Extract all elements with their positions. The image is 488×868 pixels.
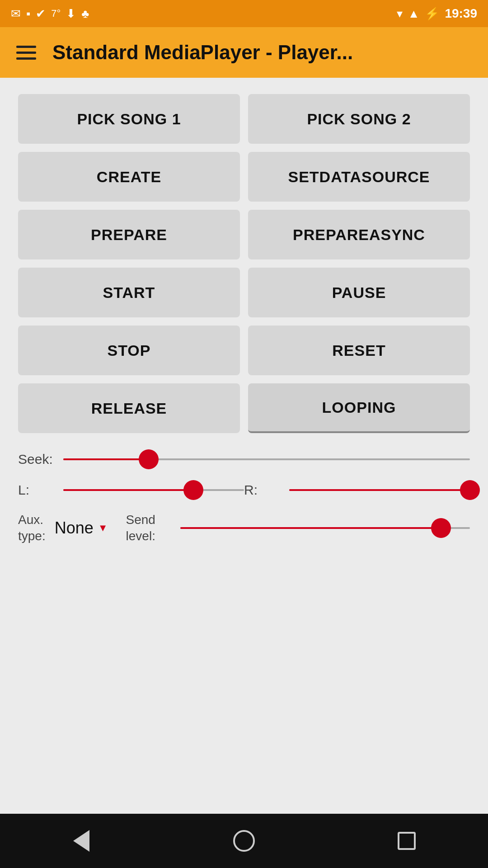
seek-track <box>63 458 470 460</box>
pause-button[interactable]: PAUSE <box>248 268 470 317</box>
send-level-fill <box>180 527 441 529</box>
recents-icon <box>398 832 416 850</box>
temp-icon: 7° <box>51 8 61 19</box>
seek-fill <box>63 458 149 460</box>
email-icon: ✉ <box>11 7 21 21</box>
status-time: 19:39 <box>445 6 477 21</box>
send-level-thumb[interactable] <box>431 518 451 538</box>
seek-slider[interactable] <box>63 450 470 468</box>
setdatasource-button[interactable]: SETDATASOURCE <box>248 152 470 202</box>
pick-song-1-button[interactable]: PICK SONG 1 <box>18 94 240 144</box>
home-button[interactable] <box>226 823 262 859</box>
status-bar: ✉ ▪ ✔ 7° ⬇ ♣ ▾ ▲ ⚡ 19:39 <box>0 0 488 27</box>
looping-button[interactable]: LOOPING <box>248 383 470 433</box>
reset-button[interactable]: RESET <box>248 326 470 375</box>
status-bar-right: ▾ ▲ ⚡ 19:39 <box>397 6 477 21</box>
main-content: PICK SONG 1 PICK SONG 2 CREATE SETDATASO… <box>0 78 488 814</box>
aux-row: Aux. type: None ▼ Send level: <box>18 512 470 545</box>
seek-thumb[interactable] <box>139 449 159 469</box>
right-slider[interactable] <box>289 481 470 499</box>
aux-type-value: None <box>55 519 94 538</box>
start-button[interactable]: START <box>18 268 240 317</box>
send-level-label: Send level: <box>126 512 171 545</box>
prepareasync-button[interactable]: PREPAREASYNC <box>248 210 470 259</box>
battery-icon: ⚡ <box>425 7 439 21</box>
app-bar: Standard MediaPlayer - Player... <box>0 27 488 78</box>
aux-type-label: Aux. type: <box>18 512 46 545</box>
left-slider-group: L: <box>18 481 244 499</box>
signal-icon: ▲ <box>408 7 420 21</box>
right-thumb[interactable] <box>460 480 480 500</box>
hamburger-line-1 <box>16 46 36 48</box>
hamburger-line-3 <box>16 57 36 60</box>
right-track <box>289 489 470 491</box>
right-fill <box>289 489 470 491</box>
left-thumb[interactable] <box>183 480 203 500</box>
left-slider[interactable] <box>63 481 244 499</box>
sliders-section: Seek: L: R: <box>18 446 470 549</box>
left-track <box>63 489 244 491</box>
square-icon: ▪ <box>26 7 30 21</box>
usb-icon: ⬇ <box>66 7 76 21</box>
status-bar-left: ✉ ▪ ✔ 7° ⬇ ♣ <box>11 7 89 21</box>
hamburger-menu-button[interactable] <box>16 46 36 60</box>
back-button[interactable] <box>63 823 99 859</box>
wifi-icon: ▾ <box>397 7 403 21</box>
home-icon <box>233 830 255 852</box>
hamburger-line-2 <box>16 52 36 54</box>
seek-label: Seek: <box>18 452 54 467</box>
lr-sliders-row: L: R: <box>18 481 470 499</box>
prepare-button[interactable]: PREPARE <box>18 210 240 259</box>
app-title: Standard MediaPlayer - Player... <box>52 41 353 64</box>
send-level-slider[interactable] <box>180 519 470 537</box>
aux-type-dropdown[interactable]: None ▼ <box>55 519 108 538</box>
nav-bar <box>0 814 488 868</box>
left-label: L: <box>18 482 54 498</box>
right-label: R: <box>244 482 280 498</box>
stop-button[interactable]: STOP <box>18 326 240 375</box>
dropdown-arrow-icon: ▼ <box>98 522 108 534</box>
checkbox-icon: ✔ <box>36 7 46 21</box>
button-grid: PICK SONG 1 PICK SONG 2 CREATE SETDATASO… <box>18 94 470 433</box>
send-level-track <box>180 527 470 529</box>
pick-song-2-button[interactable]: PICK SONG 2 <box>248 94 470 144</box>
seek-slider-row: Seek: <box>18 450 470 468</box>
release-button[interactable]: RELEASE <box>18 383 240 433</box>
create-button[interactable]: CREATE <box>18 152 240 202</box>
notification-icon: ♣ <box>81 7 89 21</box>
recents-button[interactable] <box>389 823 425 859</box>
right-slider-group: R: <box>244 481 470 499</box>
back-icon <box>73 830 89 852</box>
left-fill <box>63 489 193 491</box>
